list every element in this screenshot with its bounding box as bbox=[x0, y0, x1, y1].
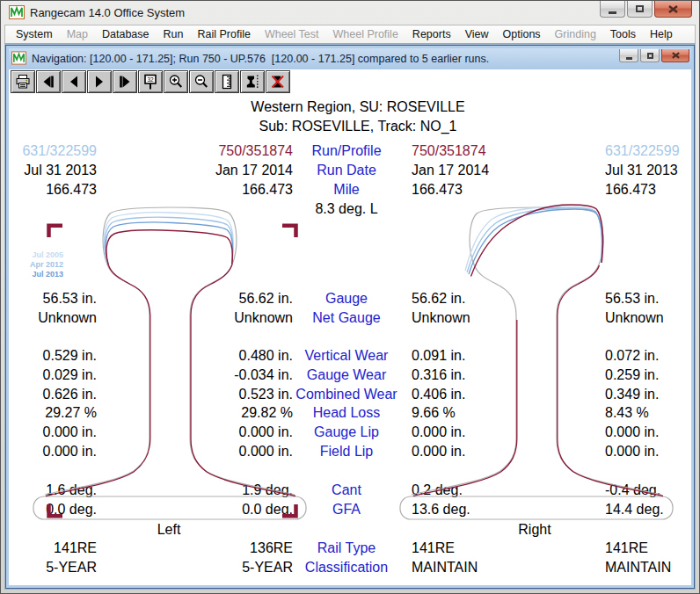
rail-delete-icon bbox=[270, 74, 286, 90]
menu-item-wheel-profile: Wheel Profile bbox=[326, 25, 405, 43]
row-net-gauge: UnknownUnknownNet GaugeUnknownUnknown bbox=[9, 310, 691, 328]
mile-left-gauge-value: 166.473 bbox=[158, 182, 293, 199]
maximize-icon bbox=[636, 5, 644, 12]
mile-label: Mile bbox=[294, 182, 399, 199]
mile-right-gauge-value: 166.473 bbox=[412, 182, 552, 199]
row-run-profile: 631/322599750/351874Run/Profile750/35187… bbox=[9, 143, 691, 161]
run-profile-label: Run/Profile bbox=[294, 143, 399, 161]
navigation-titlebar[interactable]: Navigation: [120.00 - 171.25]; Run 750 -… bbox=[9, 48, 691, 69]
net-gauge-left-gauge-value: Unknown bbox=[158, 310, 293, 328]
arrow-right-icon bbox=[91, 74, 107, 90]
row-run-date: Jul 31 2013Jan 17 2014Run DateJan 17 201… bbox=[9, 163, 691, 180]
maximize-button[interactable] bbox=[627, 1, 653, 18]
row-field-lip: 0.000 in.0.000 in.Field Lip0.000 in.0.00… bbox=[9, 444, 691, 461]
close-icon bbox=[668, 5, 678, 13]
right-rail-run-apr2012 bbox=[467, 208, 602, 272]
gfa-left-gauge-value: 0.0 deg. bbox=[158, 502, 293, 519]
net-gauge-right-gauge-value: Unknown bbox=[412, 310, 552, 328]
app-titlebar[interactable]: Rangecam 14.0 Office System bbox=[1, 1, 699, 25]
zoom-in-icon bbox=[168, 74, 184, 90]
zoom-in-button[interactable] bbox=[164, 70, 188, 93]
right-rail-current-run-head bbox=[471, 205, 603, 277]
remove-rail-button[interactable] bbox=[266, 70, 290, 93]
rail-profile-button[interactable] bbox=[240, 70, 265, 93]
navigation-window: Navigation: [120.00 - 171.25]; Run 750 -… bbox=[5, 45, 695, 589]
field-lip-right-gauge-value: 0.000 in. bbox=[412, 444, 552, 461]
menu-item-reports[interactable]: Reports bbox=[405, 25, 458, 43]
head-loss-left-field-value: 29.27 % bbox=[12, 405, 97, 423]
minimize-button[interactable] bbox=[600, 1, 625, 18]
menu-item-run[interactable]: Run bbox=[157, 25, 191, 43]
printer-icon bbox=[15, 74, 31, 90]
left-rail-label: Left bbox=[98, 522, 239, 540]
right-rail-label: Right bbox=[464, 522, 605, 540]
field-lip-left-field-value: 0.000 in. bbox=[12, 444, 97, 461]
field-lip-left-gauge-value: 0.000 in. bbox=[158, 444, 293, 461]
gfa-left-field-value: 0.0 deg. bbox=[12, 502, 97, 519]
head-loss-label: Head Loss bbox=[294, 405, 399, 423]
row-cant: 1.6 deg.1.9 deg.Cant0.2 deg.-0.4 deg. bbox=[9, 482, 691, 500]
row-gfa: 0.0 deg.0.0 deg.GFA13.6 deg.14.4 deg. bbox=[9, 502, 691, 519]
cant-right-field-value: -0.4 deg. bbox=[605, 482, 691, 500]
cant-left-field-value: 1.6 deg. bbox=[12, 482, 97, 500]
nav-maximize-button[interactable] bbox=[640, 49, 660, 62]
menu-item-options[interactable]: Options bbox=[496, 25, 548, 43]
menu-item-wheel-test: Wheel Test bbox=[258, 25, 326, 43]
classification-label: Classification bbox=[294, 560, 399, 577]
menu-item-tools[interactable]: Tools bbox=[603, 25, 643, 43]
first-run-button[interactable] bbox=[36, 70, 61, 93]
skip-back-icon bbox=[40, 74, 56, 90]
minimize-icon bbox=[626, 57, 632, 60]
gfa-right-gauge-value: 13.6 deg. bbox=[412, 502, 552, 519]
right-rail-run-jul2013 bbox=[469, 209, 602, 274]
measure-button[interactable] bbox=[215, 70, 239, 93]
vertical-wear-right-gauge-value: 0.091 in. bbox=[412, 348, 552, 366]
print-button[interactable] bbox=[11, 70, 35, 93]
left-rail-run-apr2012 bbox=[105, 217, 233, 264]
milepost-button[interactable]: 32 bbox=[138, 70, 163, 93]
combined-wear-right-field-value: 0.349 in. bbox=[605, 387, 691, 404]
navigation-window-controls bbox=[619, 49, 689, 62]
rail-type-right-gauge-value: 141RE bbox=[412, 540, 552, 558]
nav-minimize-button[interactable] bbox=[619, 49, 638, 62]
head-loss-right-field-value: 8.43 % bbox=[605, 405, 691, 423]
net-gauge-left-field-value: Unknown bbox=[12, 310, 97, 328]
legend-entry-jul-2005: Jul 2005 bbox=[19, 250, 63, 260]
menu-bar: SystemMapDatabaseRunRail ProfileWheel Te… bbox=[4, 25, 696, 44]
menu-item-rail-profile[interactable]: Rail Profile bbox=[190, 25, 257, 43]
app-title: Rangecam 14.0 Office System bbox=[30, 6, 185, 19]
profile-legend: Jul 2005Apr 2012Jul 2013 bbox=[19, 250, 63, 279]
close-button[interactable] bbox=[654, 1, 692, 18]
vertical-wear-right-field-value: 0.072 in. bbox=[605, 348, 691, 366]
left-rail-current-run-head bbox=[106, 230, 232, 265]
gauge-left-gauge-value: 56.62 in. bbox=[158, 291, 293, 308]
right-rail-run-jul2005 bbox=[465, 206, 602, 271]
classification-right-field-value: MAINTAIN bbox=[605, 560, 691, 577]
menu-item-database[interactable]: Database bbox=[95, 25, 157, 43]
cant-right-gauge-value: 0.2 deg. bbox=[412, 482, 552, 500]
menu-item-system[interactable]: System bbox=[9, 25, 60, 43]
classification-left-field-value: 5-YEAR bbox=[12, 560, 97, 577]
rail-section-icon bbox=[244, 74, 260, 90]
last-run-button[interactable] bbox=[113, 70, 137, 93]
menu-item-help[interactable]: Help bbox=[643, 25, 680, 43]
maximize-icon bbox=[647, 53, 653, 59]
location-header-line2: Sub: ROSEVILLE, Track: NO_1 bbox=[21, 119, 691, 136]
menu-item-view[interactable]: View bbox=[458, 25, 496, 43]
run-date-label: Run Date bbox=[294, 163, 399, 180]
rangecam-logo-icon bbox=[9, 5, 25, 19]
gfa-right-field-value: 14.4 deg. bbox=[605, 502, 691, 519]
next-run-button[interactable] bbox=[87, 70, 112, 93]
vertical-wear-left-field-value: 0.529 in. bbox=[12, 348, 97, 366]
vertical-wear-left-gauge-value: 0.480 in. bbox=[158, 348, 293, 366]
arrow-left-icon bbox=[66, 74, 82, 90]
run-date-left-field-value: Jul 31 2013 bbox=[12, 163, 97, 180]
app-window: Rangecam 14.0 Office System SystemMapDat… bbox=[0, 0, 700, 594]
toolbar: 32 bbox=[9, 69, 691, 96]
run-profile-left-field-value: 631/322599 bbox=[12, 143, 97, 161]
zoom-out-button[interactable] bbox=[189, 70, 214, 93]
gauge-right-field-value: 56.53 in. bbox=[605, 291, 691, 308]
nav-close-button[interactable] bbox=[661, 49, 689, 62]
run-date-right-gauge-value: Jan 17 2014 bbox=[412, 163, 552, 180]
previous-run-button[interactable] bbox=[62, 70, 86, 93]
